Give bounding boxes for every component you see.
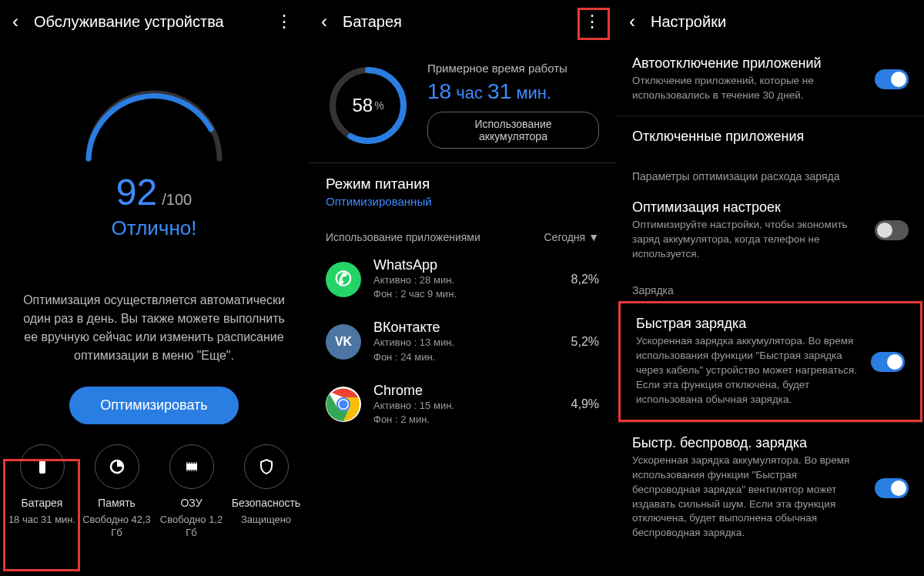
- app-usage-header: Использование приложениями Сегодня ▼: [309, 220, 616, 248]
- ram-icon: [182, 457, 201, 476]
- screen-settings: ‹ Настройки Автоотключение приложений От…: [616, 0, 924, 576]
- shield-icon: [257, 457, 276, 476]
- app-row[interactable]: VKВКонтактеАктивно : 13 мин.Фон : 24 мин…: [309, 310, 616, 373]
- app-row[interactable]: ChromeАктивно : 15 мин.Фон : 2 мин.4,9%: [309, 373, 616, 436]
- row-title: Оптимизация настроек: [632, 199, 864, 216]
- app-info: ВКонтактеАктивно : 13 мин.Фон : 24 мин.: [373, 320, 559, 363]
- toggle-fast-charging[interactable]: [871, 352, 905, 372]
- power-mode-title: Режим питания: [326, 176, 599, 193]
- tile-ram[interactable]: ОЗУ Свободно 1,2 Гб: [155, 444, 229, 540]
- app-percent: 8,2%: [571, 273, 599, 286]
- row-fast-charging[interactable]: Быстрая зарядка Ускоренная зарядка аккум…: [618, 301, 922, 421]
- svg-rect-1: [41, 459, 44, 461]
- more-icon[interactable]: ⋮: [576, 8, 608, 35]
- screen-battery: ‹ Батарея ⋮ 58% Примерное время работы 1…: [308, 0, 616, 576]
- app-background: Фон : 2 час 9 мин.: [373, 287, 559, 301]
- page-title: Батарея: [343, 13, 565, 31]
- app-percent: 5,2%: [571, 335, 599, 349]
- today-dropdown[interactable]: Сегодня ▼: [544, 231, 599, 243]
- app-name: Chrome: [373, 383, 559, 399]
- row-desc: Оптимизируйте настройки, чтобы экономить…: [632, 218, 864, 262]
- header: ‹ Батарея ⋮: [309, 0, 616, 43]
- tile-security[interactable]: Безопасность Защищено: [229, 444, 303, 540]
- battery-ring: 58%: [326, 63, 410, 148]
- category-optimization: Параметры оптимизации расхода заряда: [617, 159, 924, 187]
- score-gauge: [73, 74, 235, 166]
- app-background: Фон : 24 мин.: [373, 350, 559, 364]
- app-active: Активно : 13 мин.: [373, 336, 559, 350]
- battery-percent: 58: [352, 95, 373, 116]
- back-icon[interactable]: ‹: [8, 8, 23, 35]
- more-icon[interactable]: ⋮: [268, 8, 300, 35]
- battery-usage-button[interactable]: Использование аккумулятора: [427, 112, 599, 149]
- score-value: 92: [116, 171, 157, 213]
- row-disabled-apps[interactable]: Отключенные приложения: [617, 116, 924, 159]
- row-desc: Ускоренная зарядка аккумулятора. Во врем…: [632, 454, 864, 541]
- row-title: Автоотключение приложений: [632, 55, 864, 72]
- app-list: ✆WhatsAppАктивно : 28 мин.Фон : 2 час 9 …: [309, 248, 616, 436]
- tile-security-value: Защищено: [229, 514, 303, 527]
- header: ‹ Обслуживание устройства ⋮: [0, 0, 308, 43]
- score-panel: 92/100 Отлично!: [0, 74, 308, 240]
- app-percent: 4,9%: [571, 397, 599, 411]
- toggle-optimize-settings[interactable]: [875, 220, 909, 240]
- tile-memory[interactable]: Память Свободно 42,3 Гб: [80, 444, 154, 540]
- row-fast-wireless-charging[interactable]: Быстр. беспровод. зарядка Ускоренная зар…: [617, 423, 924, 553]
- page-title: Обслуживание устройства: [34, 13, 257, 31]
- storage-icon: [108, 457, 126, 476]
- battery-summary: 58% Примерное время работы 18 час 31 мин…: [309, 43, 616, 162]
- app-icon: [326, 387, 361, 422]
- tile-ram-value: Свободно 1,2 Гб: [155, 514, 229, 540]
- power-mode-value: Оптимизированный: [326, 195, 599, 208]
- chevron-down-icon: ▼: [588, 231, 599, 243]
- estimated-label: Примерное время работы: [427, 62, 599, 75]
- estimated-time: Примерное время работы 18 час 31 мин. Ис…: [427, 62, 599, 149]
- app-usage-label: Использование приложениями: [326, 231, 544, 243]
- app-icon: VK: [326, 324, 361, 360]
- category-charging: Зарядка: [617, 273, 924, 301]
- row-optimize-settings[interactable]: Оптимизация настроек Оптимизируйте настр…: [617, 187, 924, 274]
- screen-device-care: ‹ Обслуживание устройства ⋮ 92/100 Отлич…: [0, 0, 308, 576]
- settings-list: Автоотключение приложений Отключение при…: [617, 43, 924, 553]
- row-title: Отключенные приложения: [632, 129, 909, 145]
- toggle-auto-disable[interactable]: [875, 69, 909, 89]
- app-name: ВКонтакте: [373, 320, 559, 336]
- tile-memory-value: Свободно 42,3 Гб: [80, 514, 154, 540]
- svg-rect-0: [39, 460, 45, 474]
- toggle-fast-wireless[interactable]: [875, 478, 909, 498]
- score-status: Отлично!: [0, 216, 308, 240]
- app-active: Активно : 15 мин.: [373, 399, 559, 413]
- bottom-tiles: Батарея 18 час 31 мин. Память Свободно 4…: [0, 444, 308, 548]
- app-row[interactable]: ✆WhatsAppАктивно : 28 мин.Фон : 2 час 9 …: [309, 248, 616, 310]
- app-info: WhatsAppАктивно : 28 мин.Фон : 2 час 9 м…: [373, 257, 559, 301]
- app-icon: ✆: [326, 262, 361, 297]
- svg-point-15: [340, 400, 348, 409]
- tile-ram-label: ОЗУ: [155, 497, 229, 509]
- app-name: WhatsApp: [373, 257, 559, 273]
- score-max: /100: [162, 191, 192, 208]
- app-info: ChromeАктивно : 15 мин.Фон : 2 мин.: [373, 383, 559, 427]
- estimated-value: 18 час 31 мин.: [427, 79, 599, 104]
- app-active: Активно : 28 мин.: [373, 273, 559, 287]
- back-icon[interactable]: ‹: [316, 8, 332, 35]
- row-title: Быстр. беспровод. зарядка: [632, 435, 864, 451]
- tile-battery-value: 18 час 31 мин.: [5, 514, 79, 527]
- optimize-button[interactable]: Оптимизировать: [69, 387, 238, 424]
- row-desc: Отключение приложений, которые не исполь…: [632, 74, 864, 103]
- back-icon[interactable]: ‹: [624, 8, 640, 35]
- app-background: Фон : 2 мин.: [373, 413, 559, 427]
- row-desc: Ускоренная зарядка аккумулятора. Во врем…: [636, 334, 860, 407]
- optimization-description: Оптимизация осуществляется автоматически…: [0, 291, 308, 365]
- tile-battery[interactable]: Батарея 18 час 31 мин.: [5, 444, 79, 540]
- row-title: Быстрая зарядка: [636, 316, 860, 332]
- page-title: Настройки: [651, 13, 916, 31]
- score-number-row: 92/100: [0, 171, 308, 213]
- tile-memory-label: Память: [80, 497, 154, 509]
- power-mode-section[interactable]: Режим питания Оптимизированный: [309, 163, 616, 220]
- tile-security-label: Безопасность: [229, 497, 303, 509]
- header: ‹ Настройки: [617, 0, 924, 43]
- row-auto-disable-apps[interactable]: Автоотключение приложений Отключение при…: [617, 43, 924, 116]
- battery-icon: [33, 457, 52, 476]
- tile-battery-label: Батарея: [5, 497, 79, 509]
